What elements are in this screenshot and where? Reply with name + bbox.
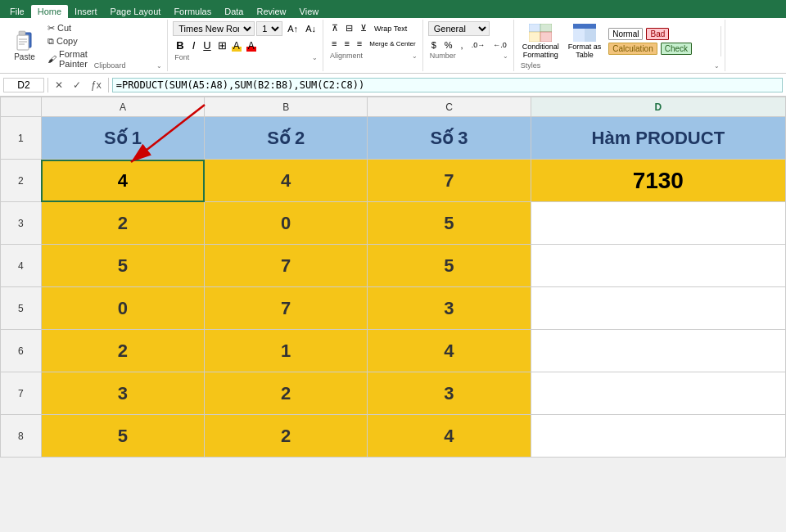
tab-page-layout[interactable]: Page Layout <box>104 5 168 18</box>
cell-B4[interactable]: 7 <box>205 245 368 287</box>
cell-C8[interactable]: 4 <box>368 415 531 458</box>
underline-button[interactable]: U <box>200 38 214 53</box>
tab-view[interactable]: View <box>293 5 326 18</box>
col-header-B[interactable]: B <box>205 97 368 117</box>
copy-icon: ⧉ <box>47 36 54 47</box>
align-right-btn[interactable]: ≡ <box>354 37 365 50</box>
style-check[interactable]: Check <box>661 43 692 55</box>
cell-B3[interactable]: 0 <box>205 202 368 245</box>
font-size-select[interactable]: 12 <box>256 21 282 36</box>
font-expand-icon[interactable]: ⌄ <box>312 54 318 61</box>
conditional-formatting-button[interactable]: ConditionalFormatting <box>519 22 562 61</box>
cell-D6[interactable] <box>531 330 785 372</box>
row-header-3: 3 <box>1 202 42 245</box>
number-expand-icon[interactable]: ⌄ <box>503 52 508 60</box>
cut-button[interactable]: ✂ Cut <box>46 22 89 34</box>
tab-insert[interactable]: Insert <box>68 5 104 18</box>
svg-rect-14 <box>585 33 596 37</box>
align-left-btn[interactable]: ≡ <box>328 37 340 50</box>
cell-B2[interactable]: 4 <box>205 160 368 202</box>
cell-reference-input[interactable] <box>3 78 44 92</box>
confirm-formula-button[interactable]: ✓ <box>70 79 84 91</box>
cell-A5[interactable]: 0 <box>41 287 204 330</box>
style-bad[interactable]: Bad <box>646 28 669 40</box>
wrap-text-btn[interactable]: Wrap Text <box>371 23 410 34</box>
table-row: 3 2 0 5 <box>1 202 786 245</box>
cell-C2[interactable]: 7 <box>368 160 531 202</box>
fill-color-button[interactable]: A <box>230 38 243 53</box>
cell-B8[interactable]: 2 <box>205 415 368 458</box>
copy-button[interactable]: ⧉ Copy <box>46 35 89 47</box>
comma-btn[interactable]: , <box>458 38 467 52</box>
svg-rect-7 <box>540 24 552 32</box>
paste-button[interactable]: Paste <box>7 21 43 70</box>
format-as-table-button[interactable]: Format asTable <box>565 22 605 61</box>
decrease-font-btn[interactable]: A↓ <box>302 22 319 35</box>
font-name-select[interactable]: Times New Roma <box>173 21 255 36</box>
tab-file[interactable]: File <box>3 5 31 18</box>
cell-D4[interactable] <box>531 245 785 287</box>
col-header-C[interactable]: C <box>368 97 531 117</box>
percent-btn[interactable]: % <box>441 38 456 52</box>
cell-A7[interactable]: 3 <box>41 372 204 415</box>
tab-home[interactable]: Home <box>31 5 68 18</box>
increase-font-btn[interactable]: A↑ <box>284 22 301 35</box>
align-middle-btn[interactable]: ⊟ <box>342 21 356 35</box>
cell-A1[interactable]: Số 1 <box>41 117 204 160</box>
decrease-decimal-btn[interactable]: ←.0 <box>490 39 510 51</box>
cell-D1[interactable]: Hàm PRODUCT <box>531 117 785 160</box>
style-calculation[interactable]: Calculation <box>608 43 657 55</box>
increase-decimal-btn[interactable]: .0→ <box>468 39 489 51</box>
cell-B7[interactable]: 2 <box>205 372 368 415</box>
clipboard-expand-icon[interactable]: ⌄ <box>156 62 162 70</box>
cell-B5[interactable]: 7 <box>205 287 368 330</box>
align-bottom-btn[interactable]: ⊻ <box>357 21 370 35</box>
row-header-7: 7 <box>1 372 42 415</box>
tab-review[interactable]: Review <box>250 5 292 18</box>
bold-button[interactable]: B <box>173 38 187 53</box>
italic-button[interactable]: I <box>189 38 199 53</box>
tab-formulas[interactable]: Formulas <box>167 5 218 18</box>
cell-D8[interactable] <box>531 415 785 458</box>
styles-group: ConditionalFormatting <box>516 20 726 71</box>
cell-C4[interactable]: 5 <box>368 245 531 287</box>
cell-D5[interactable] <box>531 287 785 330</box>
font-color-button[interactable]: A <box>245 38 258 53</box>
cell-A6[interactable]: 2 <box>41 330 204 372</box>
tab-data[interactable]: Data <box>218 5 250 18</box>
cell-C5[interactable]: 3 <box>368 287 531 330</box>
alignment-expand-icon[interactable]: ⌄ <box>412 52 418 60</box>
merge-center-btn[interactable]: Merge & Center <box>366 38 418 49</box>
align-center-btn[interactable]: ≡ <box>341 37 352 50</box>
cell-B6[interactable]: 1 <box>205 330 368 372</box>
cell-C7[interactable]: 3 <box>368 372 531 415</box>
cell-A3[interactable]: 2 <box>41 202 204 245</box>
currency-btn[interactable]: $ <box>428 38 440 52</box>
cell-A2[interactable]: 4 <box>41 160 204 202</box>
cell-C6[interactable]: 4 <box>368 330 531 372</box>
cell-A4[interactable]: 5 <box>41 245 204 287</box>
svg-rect-2 <box>19 31 25 35</box>
format-painter-button[interactable]: 🖌 Format Painter <box>46 48 89 70</box>
ribbon-content: Paste ✂ Cut ⧉ Copy 🖌 Format Painter Clip… <box>0 18 786 74</box>
style-normal[interactable]: Normal <box>608 28 643 40</box>
styles-expand-icon[interactable]: ⌄ <box>714 62 720 70</box>
border-button[interactable]: ⊞ <box>216 38 228 53</box>
fill-color-icon: A <box>232 40 242 52</box>
cell-B1[interactable]: Số 2 <box>205 117 368 160</box>
cell-D2[interactable]: 7130 <box>531 160 785 202</box>
formula-input[interactable] <box>112 78 783 92</box>
col-header-D[interactable]: D <box>531 97 785 117</box>
col-header-A[interactable]: A <box>41 97 204 117</box>
insert-function-button[interactable]: ƒx <box>88 79 105 91</box>
cell-D3[interactable] <box>531 202 785 245</box>
number-format-select[interactable]: General <box>428 21 490 36</box>
cell-C3[interactable]: 5 <box>368 202 531 245</box>
cell-A8[interactable]: 5 <box>41 415 204 458</box>
align-top-btn[interactable]: ⊼ <box>328 21 341 35</box>
copy-label: Copy <box>56 36 78 46</box>
cell-D7[interactable] <box>531 372 785 415</box>
cancel-formula-button[interactable]: ✕ <box>52 79 66 91</box>
table-row: 1 Số 1 Số 2 Số 3 Hàm PRODUCT <box>1 117 786 160</box>
cell-C1[interactable]: Số 3 <box>368 117 531 160</box>
